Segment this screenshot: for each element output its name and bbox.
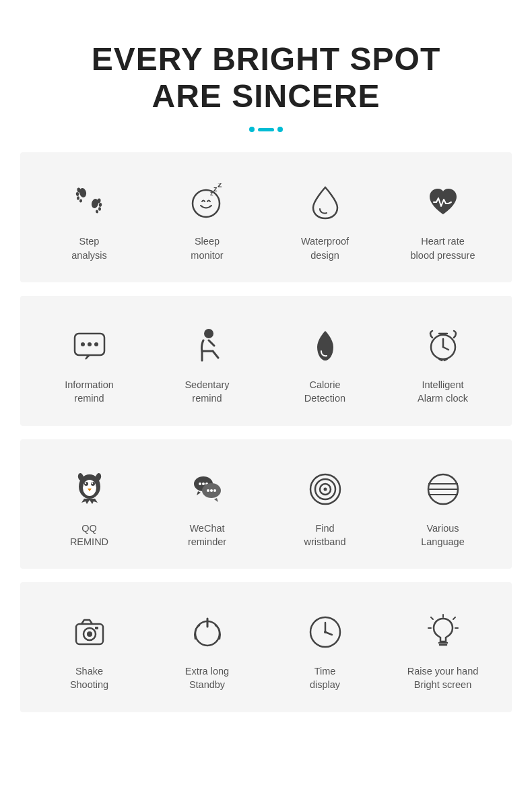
info-remind-label: Informationremind	[65, 378, 114, 406]
feature-qq: QQREMIND	[34, 460, 145, 556]
wechat-icon	[185, 466, 230, 512]
info-remind-icon	[67, 323, 112, 369]
standby-icon	[185, 609, 230, 655]
feature-calorie: CalorieDetection	[269, 316, 380, 412]
time-display-icon	[302, 609, 348, 655]
calorie-label: CalorieDetection	[304, 378, 345, 406]
svg-point-31	[199, 482, 201, 485]
dot-1	[249, 127, 255, 132]
svg-point-41	[323, 487, 327, 491]
feature-raise-hand: Raise your handBright screen	[387, 602, 498, 699]
headline-line1: EVERY BRIGHT SPOT	[92, 41, 440, 77]
svg-point-8	[98, 207, 100, 211]
feature-wechat: WeChatreminder	[152, 460, 263, 556]
svg-point-35	[207, 489, 209, 492]
feature-heart-rate: Heart rateblood pressure	[387, 173, 498, 269]
grid-1: Stepanalysis z z z	[34, 173, 498, 269]
qq-icon	[67, 466, 112, 512]
feature-shake-shooting: ShakeShooting	[34, 602, 145, 699]
find-wristband-label: Findwristband	[304, 522, 345, 549]
svg-rect-49	[95, 627, 98, 629]
feature-sleep-monitor: z z z Sleepmonitor	[152, 173, 263, 269]
svg-point-25	[91, 482, 95, 486]
svg-point-24	[84, 482, 88, 486]
svg-point-48	[87, 631, 92, 637]
waterproof-icon	[302, 179, 348, 225]
feature-sedentary: Sedentaryremind	[152, 316, 263, 412]
heart-rate-icon	[420, 179, 466, 225]
sleep-monitor-icon: z z z	[185, 179, 230, 225]
section-4: ShakeShooting Extra longStandby	[20, 582, 512, 712]
svg-point-4	[79, 199, 82, 204]
feature-step-analysis: Stepanalysis	[34, 173, 145, 269]
qq-label: QQREMIND	[70, 522, 108, 549]
standby-label: Extra longStandby	[185, 664, 229, 692]
svg-point-55	[324, 631, 327, 633]
sedentary-label: Sedentaryremind	[185, 378, 229, 406]
dot-2	[277, 127, 283, 132]
shake-shooting-label: ShakeShooting	[70, 664, 108, 692]
sleep-monitor-label: Sleepmonitor	[191, 235, 223, 262]
svg-text:z: z	[218, 183, 222, 189]
find-wristband-icon	[302, 466, 348, 512]
feature-waterproof: Waterproofdesign	[269, 173, 380, 269]
headline: EVERY BRIGHT SPOT ARE SINCERE	[54, 40, 478, 115]
svg-line-21	[443, 347, 448, 350]
svg-line-60	[431, 617, 433, 619]
feature-info-remind: Informationremind	[34, 316, 145, 412]
sedentary-icon	[185, 323, 230, 369]
language-icon	[420, 466, 466, 512]
svg-point-17	[94, 342, 98, 346]
headline-line2: ARE SINCERE	[152, 78, 380, 114]
decorative-dots	[54, 127, 478, 132]
waterproof-label: Waterproofdesign	[301, 235, 349, 262]
wechat-label: WeChatreminder	[188, 522, 226, 549]
svg-point-26	[84, 482, 86, 483]
svg-point-18	[204, 329, 213, 338]
svg-point-27	[91, 482, 92, 483]
svg-point-23	[83, 480, 96, 496]
feature-language: VariousLanguage	[387, 460, 498, 556]
grid-2: Informationremind Sedentaryremind	[34, 316, 498, 412]
svg-point-16	[88, 342, 92, 346]
dot-line	[258, 128, 274, 131]
grid-3: QQREMIND	[34, 460, 498, 556]
step-analysis-icon	[67, 179, 112, 225]
svg-point-9	[95, 210, 98, 214]
svg-point-3	[76, 196, 79, 200]
feature-alarm: IntelligentAlarm clock	[387, 316, 498, 412]
section-2: Informationremind Sedentaryremind	[20, 296, 512, 426]
svg-point-2	[75, 192, 79, 196]
svg-point-37	[213, 489, 216, 492]
language-label: VariousLanguage	[421, 522, 465, 549]
section-3: QQREMIND	[20, 439, 512, 569]
raise-hand-icon	[420, 609, 466, 655]
svg-line-59	[453, 617, 455, 619]
svg-point-7	[98, 203, 102, 207]
feature-time-display: Timedisplay	[269, 602, 380, 699]
alarm-label: IntelligentAlarm clock	[418, 378, 468, 406]
svg-point-10	[193, 190, 220, 217]
shake-shooting-icon	[67, 609, 112, 655]
calorie-icon	[302, 323, 348, 369]
svg-point-32	[202, 482, 205, 485]
feature-standby: Extra longStandby	[152, 602, 263, 699]
grid-4: ShakeShooting Extra longStandby	[34, 602, 498, 699]
step-analysis-label: Stepanalysis	[71, 235, 106, 262]
feature-find-wristband: Findwristband	[269, 460, 380, 556]
svg-point-15	[81, 342, 85, 346]
raise-hand-label: Raise your handBright screen	[407, 664, 479, 692]
alarm-icon	[420, 323, 466, 369]
section-1: Stepanalysis z z z	[20, 152, 512, 282]
page: EVERY BRIGHT SPOT ARE SINCERE	[0, 0, 532, 753]
heart-rate-label: Heart rateblood pressure	[411, 235, 475, 262]
header-section: EVERY BRIGHT SPOT ARE SINCERE	[0, 40, 532, 132]
time-display-label: Timedisplay	[310, 664, 340, 692]
svg-point-36	[210, 489, 213, 492]
